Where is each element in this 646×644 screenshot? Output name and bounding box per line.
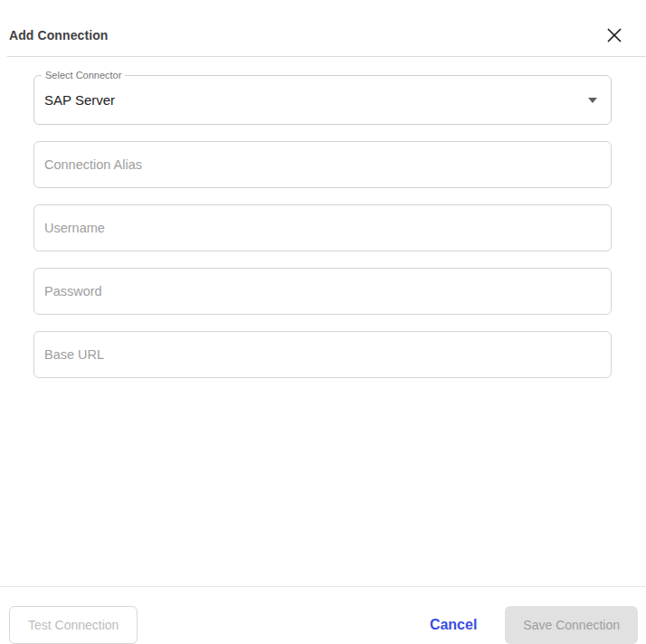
close-x-glyph <box>605 26 623 44</box>
connector-select[interactable]: Select Connector SAP Server <box>33 75 612 125</box>
dialog-footer: Test Connection Cancel Save Connection <box>0 586 646 644</box>
connection-form: Select Connector SAP Server <box>0 57 646 378</box>
connector-select-label: Select Connector <box>42 70 125 81</box>
add-connection-dialog: Add Connection Select Connector SAP Serv… <box>0 0 646 644</box>
connection-alias-input[interactable] <box>33 141 612 188</box>
password-input[interactable] <box>33 268 612 315</box>
dialog-header: Add Connection <box>0 0 646 56</box>
base-url-input[interactable] <box>33 331 612 378</box>
username-input[interactable] <box>33 204 612 251</box>
close-icon[interactable] <box>604 25 624 45</box>
caret-down-icon <box>588 98 597 103</box>
save-connection-button[interactable]: Save Connection <box>505 606 638 644</box>
test-connection-button[interactable]: Test Connection <box>9 606 138 644</box>
cancel-button[interactable]: Cancel <box>430 617 477 633</box>
connector-select-value: SAP Server <box>44 92 115 108</box>
dialog-title: Add Connection <box>9 28 109 43</box>
